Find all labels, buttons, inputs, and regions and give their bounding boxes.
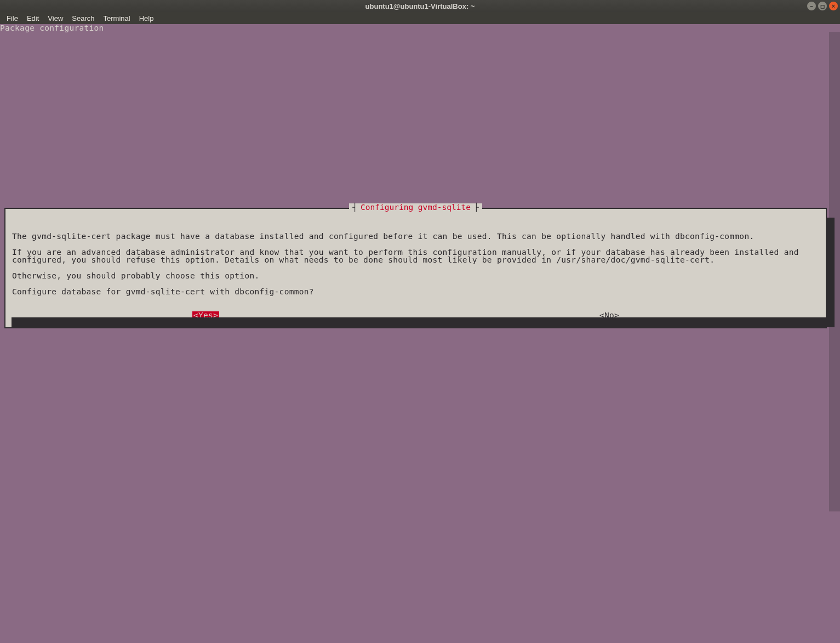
dialog-para1: The gvmd-sqlite-cert package must have a… [12,232,754,241]
dialog-title: Configuring gvmd-sqlite [361,203,471,212]
window-controls: – ◻ × [807,2,838,10]
title-pipe-left: ┤ [352,203,357,212]
dialog-body: The gvmd-sqlite-cert package must have a… [12,214,819,304]
maximize-icon[interactable]: ◻ [818,2,827,10]
menu-file[interactable]: File [2,13,22,24]
dialog-shadow-bottom [12,317,835,327]
menu-view[interactable]: View [43,13,67,24]
minimize-icon[interactable]: – [807,2,816,10]
menu-terminal[interactable]: Terminal [99,13,135,24]
menu-help[interactable]: Help [135,13,158,24]
dialog-question: Configure database for gvmd-sqlite-cert … [12,287,314,296]
dialog-para2: If you are an advanced database administ… [12,248,804,265]
config-header: Package configuration [0,24,104,32]
dialog-shadow-right [827,218,835,327]
titlebar: ubuntu1@ubuntu1-VirtualBox: ~ – ◻ × [0,0,840,12]
window-title: ubuntu1@ubuntu1-VirtualBox: ~ [365,2,475,10]
menu-search[interactable]: Search [67,13,99,24]
menu-edit[interactable]: Edit [22,13,43,24]
dialog-para3: Otherwise, you should probably choose th… [12,271,260,280]
menubar: File Edit View Search Terminal Help [0,12,840,24]
close-icon[interactable]: × [829,2,838,10]
config-dialog: ┤ Configuring gvmd-sqlite ├ The gvmd-sql… [4,208,827,328]
terminal-area: Package configuration ┤ Configuring gvmd… [0,24,840,643]
dialog-title-row: ┤ Configuring gvmd-sqlite ├ [5,203,826,212]
title-pipe-right: ├ [474,203,479,212]
